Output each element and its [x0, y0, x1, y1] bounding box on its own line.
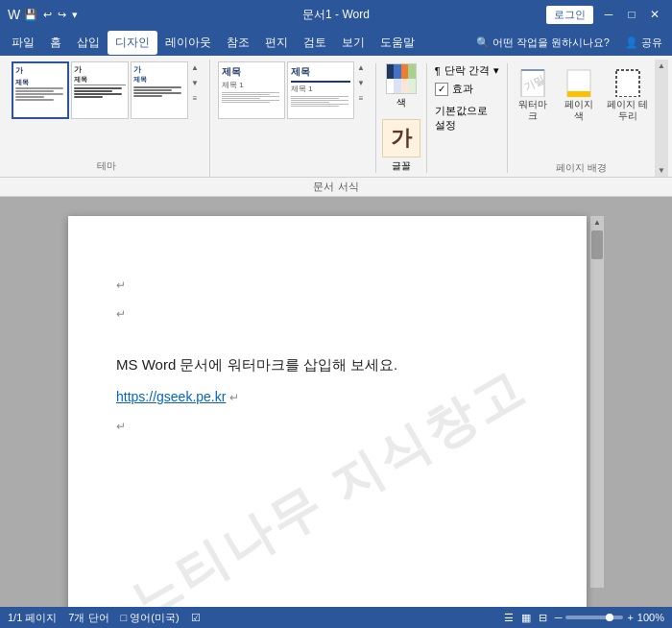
style-line — [291, 96, 348, 97]
menu-file[interactable]: 파일 — [4, 31, 42, 55]
doc-format-section: 제목 제목 1 제목 제목 1 — [210, 60, 375, 177]
gallery-arrow-up[interactable]: ▲ — [188, 61, 202, 75]
style-arrow-up[interactable]: ▲ — [354, 61, 368, 75]
page-border-button[interactable]: 페이지 테두리 — [604, 63, 651, 159]
theme-line — [133, 92, 181, 94]
view-layout-icon[interactable]: ▦ — [521, 612, 531, 624]
menu-references[interactable]: 참조 — [219, 31, 257, 55]
view-normal-icon[interactable]: ☰ — [504, 612, 514, 624]
doc-format-label: 문서 서식 — [313, 180, 358, 194]
document-scrollbar[interactable]: ▲ — [590, 216, 604, 588]
maximize-button[interactable]: □ — [622, 5, 641, 24]
theme-line — [74, 93, 122, 95]
scroll-up-arrow[interactable]: ▲ — [591, 216, 603, 229]
page-border-label: 페이지 테두리 — [607, 99, 648, 122]
zoom-slider[interactable] — [565, 616, 623, 619]
style-line — [222, 96, 279, 97]
word-count: 7개 단어 — [68, 611, 108, 625]
font-char-display: 가 — [382, 119, 420, 157]
search-box[interactable]: 🔍 어떤 작업을 원하시나요? — [470, 34, 615, 52]
style-line — [291, 98, 339, 99]
document-area[interactable]: 느티나무 지식창고 ↵ ↵ MS Word 문서에 워터마크를 삽입해 보세요.… — [0, 197, 672, 607]
color-cell — [401, 79, 409, 93]
paragraph-label: 단락 간격 — [444, 63, 490, 78]
menu-layout[interactable]: 레이아웃 — [157, 31, 219, 55]
paragraph-dropdown-icon: ▾ — [493, 64, 499, 77]
theme-line — [74, 90, 112, 92]
style-gallery-container: 제목 제목 1 제목 제목 1 — [218, 61, 368, 175]
document-format-bar: 문서 서식 — [0, 178, 672, 197]
style-item-2[interactable]: 제목 제목 1 — [287, 61, 354, 119]
menu-review[interactable]: 검토 — [296, 31, 334, 55]
style-label-2: 제목 — [291, 65, 350, 83]
color-cell — [408, 79, 416, 93]
menu-insert[interactable]: 삽입 — [69, 31, 108, 55]
watermark-label: 워터마크 — [515, 99, 551, 122]
style-item-1[interactable]: 제목 제목 1 — [218, 61, 285, 119]
page-color-button[interactable]: 페이지 색 — [558, 63, 600, 159]
svg-rect-5 — [567, 91, 590, 97]
color-cell — [401, 64, 409, 79]
gallery-arrow-down[interactable]: ▼ — [188, 77, 202, 90]
effects-checkbox[interactable]: ✓ — [435, 83, 448, 96]
doc-link[interactable]: https://gseek.pe.kr — [116, 389, 226, 404]
track-icon[interactable]: ☑ — [191, 612, 201, 624]
title-bar-left: W 💾 ↩ ↪ ▾ — [8, 7, 78, 22]
style-line — [222, 102, 270, 103]
save-icon[interactable]: 💾 — [24, 9, 37, 21]
close-button[interactable]: ✕ — [645, 5, 664, 24]
lang-text: 영어(미국) — [130, 612, 179, 623]
ribbon-scroll-up[interactable]: ▲ — [658, 61, 665, 70]
set-default-button[interactable]: 기본값으로 설정 — [435, 104, 500, 133]
colors-button[interactable]: 색 — [382, 63, 420, 109]
menu-help[interactable]: 도움말 — [372, 31, 422, 55]
theme-item-2[interactable]: 가 제목 — [71, 61, 129, 119]
menu-view[interactable]: 보기 — [334, 31, 372, 55]
style-lines-2 — [291, 96, 350, 107]
paragraph-spacing-button[interactable]: ¶ 단락 간격 ▾ — [435, 63, 500, 78]
theme-item-3[interactable]: 가 제목 — [131, 61, 188, 119]
color-cell — [394, 64, 401, 79]
menu-home[interactable]: 홈 — [42, 31, 69, 55]
paragraph-2: ↵ — [116, 302, 539, 324]
theme-line — [133, 86, 181, 88]
link-paragraph: https://gseek.pe.kr ↵ — [116, 386, 539, 407]
colors-buttons: 색 가 글꼴 — [382, 63, 420, 173]
login-button[interactable]: 로그인 — [546, 6, 593, 24]
share-button[interactable]: 👤 공유 — [619, 34, 668, 52]
view-web-icon[interactable]: ⊟ — [539, 612, 547, 624]
gallery-arrow-more[interactable]: ≡ — [188, 92, 202, 106]
font-button[interactable]: 가 글꼴 — [382, 119, 420, 173]
theme-line — [74, 96, 103, 98]
ribbon-scroll-down[interactable]: ▼ — [658, 166, 665, 175]
page-color-icon — [564, 66, 594, 97]
colors-group: 색 가 글꼴 — [376, 60, 426, 177]
menu-mailings[interactable]: 편지 — [257, 31, 296, 55]
page-background-section: 기밀 워터마크 페이지 색 — [508, 60, 655, 177]
style-lines-1 — [222, 92, 281, 103]
scroll-thumb[interactable] — [591, 230, 603, 259]
zoom-in-button[interactable]: + — [627, 612, 633, 623]
style-arrow-more[interactable]: ≡ — [354, 92, 368, 106]
theme-line — [15, 99, 54, 101]
style-arrow-down[interactable]: ▼ — [354, 77, 368, 90]
lang-icon: □ — [121, 612, 128, 623]
effects-button[interactable]: ✓ 효과 — [435, 82, 500, 96]
colors-label: 색 — [396, 96, 406, 109]
redo-icon[interactable]: ↪ — [58, 9, 66, 21]
paragraph-mark-2: ↵ — [116, 307, 126, 321]
menu-design[interactable]: 디자인 — [108, 31, 157, 55]
watermark-button[interactable]: 기밀 워터마크 — [512, 63, 554, 159]
minimize-button[interactable]: ─ — [599, 5, 618, 24]
font-label: 글꼴 — [392, 159, 411, 173]
theme-line — [133, 89, 172, 91]
undo-icon[interactable]: ↩ — [43, 9, 52, 21]
customize-icon[interactable]: ▾ — [72, 9, 78, 21]
color-cell — [387, 79, 395, 93]
zoom-out-button[interactable]: ─ — [555, 612, 563, 623]
title-bar-title: 문서1 - Word — [302, 7, 370, 23]
status-bar-right: ☰ ▦ ⊟ ─ + 100% — [504, 612, 664, 624]
page-content: ↵ ↵ MS Word 문서에 워터마크를 삽입해 보세요. https://g… — [116, 274, 539, 437]
style-line — [222, 94, 270, 95]
theme-item-1[interactable]: 가 제목 — [12, 61, 69, 119]
